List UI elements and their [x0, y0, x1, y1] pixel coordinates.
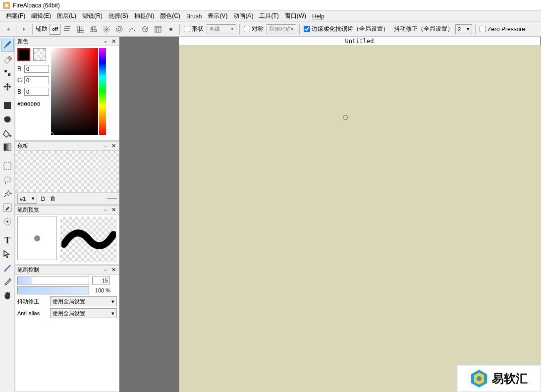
r-input[interactable] [24, 65, 49, 73]
bullet-icon[interactable] [165, 24, 176, 35]
svg-point-1 [5, 4, 8, 7]
select-rect-tool[interactable] [1, 160, 14, 172]
close-icon[interactable]: ✕ [110, 267, 117, 274]
new-palette-icon[interactable]: 🗋 [39, 195, 47, 202]
redo-button[interactable] [18, 24, 29, 35]
svg-point-22 [477, 376, 482, 381]
menu-help[interactable]: Help [310, 12, 326, 21]
b-input[interactable] [24, 88, 49, 96]
watermark-logo: 易软汇 [457, 365, 541, 392]
fill-shape-tool[interactable] [1, 99, 14, 112]
svg-rect-7 [8, 73, 10, 76]
palette-slot-select[interactable]: #1▾ [17, 194, 37, 204]
snap-perspective-icon[interactable] [88, 24, 99, 35]
symmetry-select[interactable]: 双侧对称▾ [267, 24, 296, 34]
menu-tool[interactable]: 工具(T) [257, 11, 280, 21]
background-swatch[interactable] [33, 48, 46, 61]
size-slider[interactable] [17, 277, 89, 284]
menu-edit[interactable]: 编辑(E) [29, 11, 53, 21]
cursor-indicator [343, 115, 348, 120]
close-icon[interactable]: ✕ [110, 143, 117, 150]
menu-window[interactable]: 窗口(W) [283, 11, 308, 21]
bucket-tool[interactable] [1, 127, 14, 140]
select-pen-tool[interactable] [1, 201, 14, 214]
close-icon[interactable]: ✕ [110, 207, 117, 214]
stabilize-row-label: 抖动修正 [17, 298, 47, 305]
menu-filter[interactable]: 滤镜(R) [80, 11, 105, 21]
sv-picker[interactable] [51, 48, 98, 135]
app-icon [3, 2, 10, 9]
svg-rect-4 [155, 26, 161, 32]
snap-settings-icon[interactable] [153, 24, 163, 35]
zero-pressure-checkbox[interactable]: Zero Pressure [480, 26, 525, 33]
antialias-row-label: Anti-alias [17, 310, 47, 316]
snap-parallel-icon[interactable] [62, 24, 73, 35]
menu-color[interactable]: 颜色(C) [158, 11, 182, 21]
eyedropper-tool[interactable] [1, 276, 14, 288]
menu-animation[interactable]: 动画(A) [231, 11, 255, 21]
svg-point-5 [169, 28, 172, 31]
brush-tool[interactable] [1, 39, 14, 52]
snap-grid-icon[interactable] [75, 24, 86, 35]
hand-tool[interactable] [1, 289, 14, 302]
color-panel-title: 颜色 [17, 38, 28, 45]
snap-curve-icon[interactable] [127, 24, 138, 35]
symmetry-checkbox[interactable]: 对称 [244, 25, 264, 33]
menu-brush[interactable]: Brush [184, 12, 204, 21]
select-brush-tool[interactable] [1, 215, 14, 228]
divide-tool[interactable] [1, 262, 14, 275]
antialias-row-select[interactable]: 使用全局设置▾ [50, 308, 117, 318]
menu-select[interactable]: 选择(S) [107, 11, 130, 21]
option-toolbar: 辅助 off 形状 直线▾ 对称 双侧对称▾ 边缘柔化抗锯齿（全局设置） 抖动修… [0, 22, 541, 37]
g-input[interactable] [24, 76, 49, 84]
eraser-tool[interactable] [1, 53, 14, 65]
size-value[interactable]: 15 [92, 277, 110, 284]
hex-label: #000000 [17, 101, 49, 108]
dock-icon[interactable]: ▫ [102, 267, 109, 274]
svg-point-12 [4, 177, 11, 182]
snap-3d-icon[interactable] [140, 24, 151, 35]
tool-strip: T [0, 37, 15, 392]
menu-file[interactable]: 档案(F) [4, 11, 27, 21]
svg-rect-6 [4, 70, 7, 72]
title-bar: FireAlpaca (64bit) [0, 0, 541, 11]
lasso-fill-tool[interactable] [1, 113, 14, 126]
hue-slider[interactable] [99, 48, 106, 135]
stabilize-row-select[interactable]: 使用全局设置▾ [50, 296, 117, 306]
antialias-checkbox[interactable]: 边缘柔化抗锯齿（全局设置） [304, 25, 389, 33]
assist-off-button[interactable]: off [50, 24, 60, 35]
undo-button[interactable] [3, 24, 14, 35]
dock-icon[interactable]: ▫ [102, 143, 109, 150]
stabilize-label: 抖动修正（全局设置） [394, 25, 453, 33]
canvas[interactable] [179, 46, 541, 392]
dock-icon[interactable]: ▫ [102, 38, 109, 45]
snap-vanishing-icon[interactable] [101, 24, 112, 35]
shape-select[interactable]: 直线▾ [207, 24, 236, 34]
brush-preview-title: 笔刷预览 [17, 206, 39, 214]
select-lasso-tool[interactable] [1, 173, 14, 186]
move-tool[interactable] [1, 80, 14, 93]
dot-tool[interactable] [1, 66, 14, 79]
menu-view[interactable]: 表示(V) [206, 11, 229, 21]
menu-snap[interactable]: 捕捉(N) [132, 11, 157, 21]
opacity-slider[interactable] [17, 286, 89, 294]
delete-palette-icon[interactable]: 🗑 [49, 195, 57, 202]
close-icon[interactable]: ✕ [110, 38, 117, 45]
snap-radial-icon[interactable] [114, 24, 125, 35]
operation-tool[interactable] [1, 248, 14, 261]
shape-checkbox[interactable]: 形状 [184, 25, 204, 33]
magic-wand-tool[interactable] [1, 187, 14, 200]
gradient-tool[interactable] [1, 141, 14, 154]
menu-layer[interactable]: 图层(L) [55, 11, 78, 21]
line-icon[interactable] [107, 197, 117, 201]
svg-text:T: T [4, 235, 10, 245]
brush-control-panel: 笔刷控制 ▫✕ 15 100 % 抖动修正 使用全局设置▾ Anti-alias [15, 265, 119, 392]
foreground-swatch[interactable] [17, 48, 30, 61]
palette-area[interactable] [15, 151, 119, 192]
canvas-area: Untitled [119, 37, 541, 392]
stabilize-select[interactable]: 2▾ [455, 24, 472, 34]
canvas-tab[interactable]: Untitled [179, 37, 541, 46]
text-tool[interactable]: T [1, 234, 14, 247]
brush-stroke-preview [60, 217, 117, 262]
dock-icon[interactable]: ▫ [102, 207, 109, 214]
